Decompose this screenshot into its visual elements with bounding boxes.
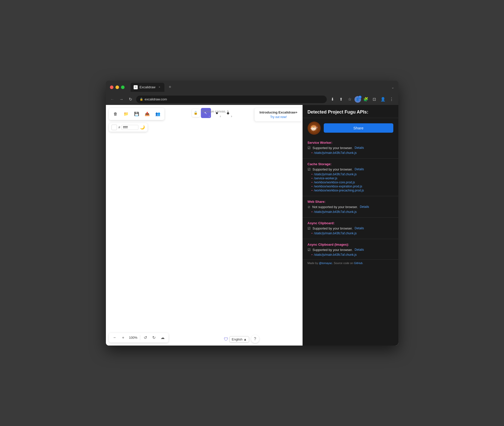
bookmark-button[interactable]: ☆: [346, 96, 353, 103]
cache-storage-support-text: Supported by your browser.: [313, 167, 353, 171]
reload-button[interactable]: ↻: [127, 96, 134, 103]
select-shortcut: 1: [209, 115, 210, 118]
async-clipboard-images-support-text: Supported by your browser.: [313, 248, 353, 252]
content-area: 🗑 📁 💾 📤 👥 🔓 ↖ 1 ■ 2 ◆ 3: [106, 105, 398, 346]
rect-shortcut: 2: [220, 115, 221, 118]
service-worker-support-text: Supported by your browser.: [313, 146, 353, 150]
user-button[interactable]: 👤: [379, 96, 387, 103]
bullet-icon: ▪: [312, 185, 313, 188]
undo-button[interactable]: ↺: [142, 334, 149, 342]
browser-actions: ⬇ ⬆ ☆ 👤 9 🧩 ⊡ 👤 ⋮: [329, 96, 395, 103]
active-tab[interactable]: ✏ Excalidraw ×: [131, 83, 165, 92]
bullet-icon: ▪: [312, 253, 313, 256]
new-tab-button[interactable]: +: [166, 84, 173, 91]
bullet-icon: ▪: [312, 151, 313, 154]
service-worker-file-0: ▪ /static/js/main.b43fc7af.chunk.js: [308, 151, 393, 155]
service-worker-file-link-0[interactable]: /static/js/main.b43fc7af.chunk.js: [314, 151, 357, 155]
bottom-toolbar: − + 100% ↺ ↻ ☁: [109, 333, 168, 343]
pufferfish-icon: 🐡: [308, 122, 321, 135]
try-now-link[interactable]: Try out now!: [270, 115, 287, 119]
download-button[interactable]: ⬇: [329, 96, 336, 103]
menu-button[interactable]: ⋮: [388, 96, 395, 103]
tab-title: Excalidraw: [140, 85, 156, 89]
check-icon: ☑: [308, 146, 311, 150]
cache-storage-status: ☑ Supported by your browser. Details: [308, 167, 393, 171]
async-clipboard-images-file-link-0[interactable]: /static/js/main.b43fc7af.chunk.js: [314, 253, 357, 257]
cache-file-1: ▪ /service-worker.js: [308, 176, 393, 180]
footer-author-link[interactable]: @tomayac: [319, 262, 332, 265]
minimize-button[interactable]: [115, 86, 119, 89]
help-button[interactable]: ?: [251, 335, 259, 343]
tab-bar: ✏ Excalidraw × + ⌄: [131, 83, 394, 92]
async-clipboard-title: Async Clipboard:: [308, 221, 393, 225]
delete-tool-button[interactable]: 🗑: [111, 109, 120, 119]
language-dropdown[interactable]: English ▲: [229, 336, 249, 343]
color-input[interactable]: [121, 125, 138, 130]
bullet-icon: ▪: [312, 181, 313, 184]
bullet-icon: ▪: [312, 189, 313, 192]
profile-badge: 9: [359, 96, 362, 99]
url-bar[interactable]: 🔒 excalidraw.com: [136, 96, 327, 103]
tab-expand-icon[interactable]: ⌄: [391, 85, 394, 89]
title-bar: ✏ Excalidraw × + ⌄: [106, 81, 398, 94]
extensions-button[interactable]: 🧩: [362, 96, 370, 103]
dark-mode-button[interactable]: 🌙: [140, 125, 145, 130]
bullet-icon: ▪: [312, 173, 313, 176]
close-button[interactable]: [110, 86, 113, 89]
tab-favicon: ✏: [134, 85, 138, 89]
excalidraw-canvas[interactable]: 🗑 📁 💾 📤 👥 🔓 ↖ 1 ■ 2 ◆ 3: [106, 105, 303, 346]
footer-source-text: Source code on: [334, 262, 354, 265]
back-button[interactable]: ←: [109, 96, 116, 103]
zoom-in-button[interactable]: +: [120, 334, 127, 342]
cache-file-link-1[interactable]: /service-worker.js: [314, 177, 337, 180]
color-area: # 🌙: [109, 123, 147, 132]
share-button[interactable]: Share: [324, 123, 393, 133]
web-share-support-text: Not supported by your browser.: [312, 205, 358, 209]
tab-close-button[interactable]: ×: [157, 85, 161, 89]
cache-file-link-2[interactable]: /workbox/workbox-core.prod.js: [314, 181, 355, 184]
canvas-hint: To move canvas, h: [202, 109, 229, 113]
hash-symbol: #: [118, 125, 120, 129]
cache-file-link-0[interactable]: /static/js/main.b43fc7af.chunk.js: [314, 173, 357, 176]
cache-storage-details-link[interactable]: Details: [354, 167, 364, 171]
footer-made-by: Made by: [308, 262, 319, 265]
cache-file-link-3[interactable]: /workbox/workbox-expiration.prod.js: [314, 185, 362, 188]
save-tool-button[interactable]: 💾: [132, 109, 141, 119]
redo-button[interactable]: ↻: [150, 334, 158, 342]
async-clipboard-images-title: Async Clipboard (Images):: [308, 243, 393, 246]
lock-tool-button[interactable]: 🔓: [192, 109, 200, 117]
url-text: excalidraw.com: [145, 97, 167, 101]
web-share-file-0: ▪ /static/js/main.b43fc7af.chunk.js: [308, 210, 393, 214]
profile-button[interactable]: 👤 9: [354, 96, 361, 103]
split-view-button[interactable]: ⊡: [371, 96, 378, 103]
cache-file-link-4[interactable]: /workbox/workbox-precaching.prod.js: [314, 189, 364, 192]
fugu-logo-row: 🐡 Share: [303, 118, 398, 138]
service-worker-details-link[interactable]: Details: [354, 146, 364, 150]
share-browser-button[interactable]: ⬆: [337, 96, 345, 103]
footer-github-link[interactable]: GitHub: [354, 262, 363, 265]
toolbar-separator: [140, 335, 140, 340]
maximize-button[interactable]: [121, 86, 125, 89]
cache-file-3: ▪ /workbox/workbox-expiration.prod.js: [308, 184, 393, 188]
divider-4: [303, 239, 398, 239]
collab-tool-button[interactable]: 👥: [153, 109, 162, 119]
web-share-details-link[interactable]: Details: [360, 205, 369, 209]
color-swatch[interactable]: [111, 125, 117, 130]
web-share-status: ⊘ Not supported by your browser. Details: [308, 205, 393, 209]
footer-period-end: .: [363, 262, 363, 265]
async-clipboard-images-details-link[interactable]: Details: [354, 248, 364, 251]
no-support-icon: ⊘: [308, 205, 310, 209]
web-share-file-link-0[interactable]: /static/js/main.b43fc7af.chunk.js: [314, 210, 357, 214]
async-clipboard-details-link[interactable]: Details: [354, 226, 364, 230]
export-tool-button[interactable]: 📤: [143, 109, 152, 119]
forward-button[interactable]: →: [118, 96, 125, 103]
divider-3: [303, 217, 398, 218]
bullet-icon: ▪: [312, 177, 313, 180]
check-icon-2: ☑: [308, 167, 311, 171]
async-clipboard-file-link-0[interactable]: /static/js/main.b43fc7af.chunk.js: [314, 232, 357, 235]
reset-button[interactable]: ☁: [159, 334, 166, 342]
zoom-level-display[interactable]: 100%: [128, 336, 138, 339]
cache-storage-title: Cache Storage:: [308, 162, 393, 166]
zoom-out-button[interactable]: −: [111, 334, 118, 342]
open-tool-button[interactable]: 📁: [122, 109, 131, 119]
